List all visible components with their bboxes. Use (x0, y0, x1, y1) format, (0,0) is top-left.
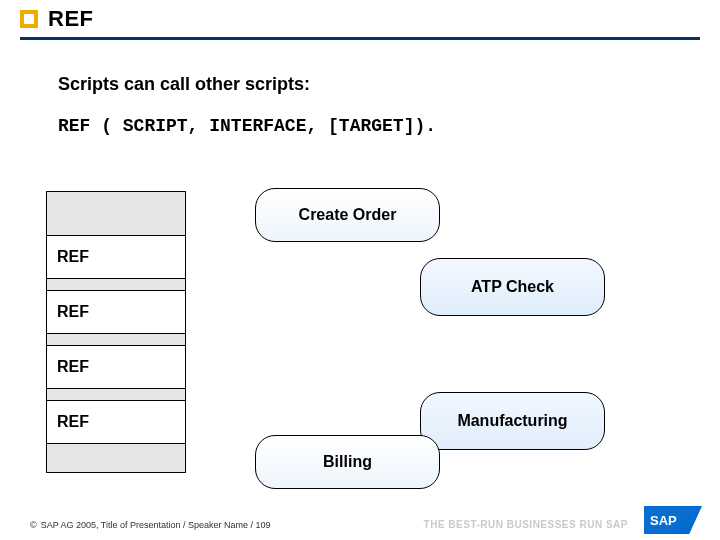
title-bullet-icon (20, 10, 38, 28)
ref-cell-1: REF (46, 235, 186, 279)
bubble-label: Billing (323, 453, 372, 471)
bubble-create-order: Create Order (255, 188, 440, 242)
bubble-label: Manufacturing (457, 412, 567, 430)
ref-cell-2: REF (46, 290, 186, 334)
sap-logo-text: SAP (650, 513, 677, 528)
ref-label: REF (57, 248, 89, 266)
bubble-label: ATP Check (471, 278, 554, 296)
syntax-line: REF ( SCRIPT, INTERFACE, [TARGET]). (58, 116, 436, 136)
page-title: REF (48, 6, 94, 32)
ref-label: REF (57, 303, 89, 321)
footer-text: SAP AG 2005, Title of Presentation / Spe… (41, 520, 271, 530)
ref-label: REF (57, 358, 89, 376)
bubble-atp-check: ATP Check (420, 258, 605, 316)
ref-label: REF (57, 413, 89, 431)
ref-cell-3: REF (46, 345, 186, 389)
title-bar: REF (20, 6, 700, 40)
bubble-manufacturing: Manufacturing (420, 392, 605, 450)
subtitle: Scripts can call other scripts: (58, 74, 310, 95)
copyright-icon: © (30, 520, 37, 530)
bubble-label: Create Order (299, 206, 397, 224)
sap-tagline: THE BEST-RUN BUSINESSES RUN SAP (424, 519, 628, 530)
footer: © SAP AG 2005, Title of Presentation / S… (30, 520, 271, 530)
ref-cell-4: REF (46, 400, 186, 444)
sap-logo: SAP (644, 506, 702, 534)
bubble-billing: Billing (255, 435, 440, 489)
